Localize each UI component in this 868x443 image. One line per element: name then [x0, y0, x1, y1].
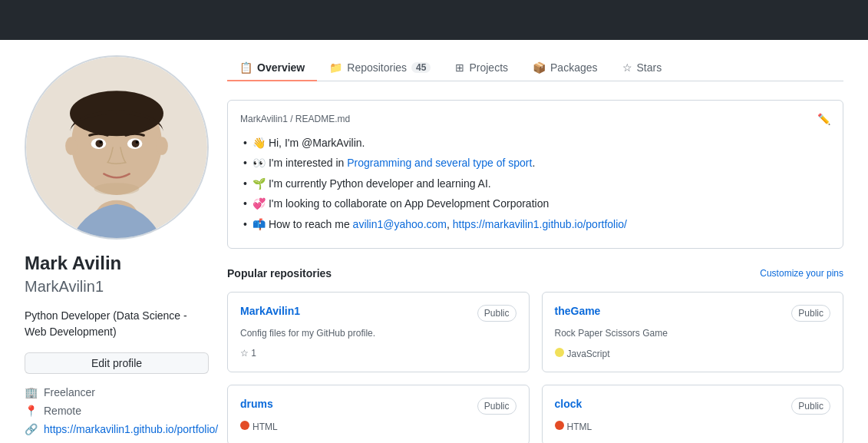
readme-item-2: 👀 I'm interested in Programming and seve…	[240, 154, 830, 171]
link-email[interactable]: avilin1@yahoo.com	[353, 218, 447, 230]
tab-stars-label: Stars	[637, 61, 662, 74]
svg-point-11	[156, 137, 168, 155]
repositories-icon: 📁	[329, 61, 342, 74]
avatar: 🙂	[25, 55, 209, 240]
link-icon: 🔗	[25, 423, 38, 435]
repo-meta-4: HTML	[555, 421, 831, 432]
svg-point-12	[94, 183, 140, 195]
repositories-count: 45	[411, 62, 431, 73]
tab-packages-label: Packages	[550, 61, 597, 74]
website-link[interactable]: https://markavilin1.github.io/portfolio/	[44, 423, 218, 435]
tab-packages[interactable]: 📦 Packages	[520, 55, 609, 81]
repo-name-clock[interactable]: clock	[555, 398, 583, 410]
readme-card: MarkAvilin1 / README.md ✏️ 👋 Hi, I'm @Ma…	[227, 100, 843, 249]
tab-overview[interactable]: 📋 Overview	[227, 55, 317, 81]
building-icon: 🏢	[25, 386, 38, 398]
readme-item-4: 💞️ I'm looking to collaborate on App Dev…	[240, 195, 830, 212]
repo-card-markavilin1: MarkAvilin1 Public Config files for my G…	[227, 292, 530, 372]
public-badge-1: Public	[477, 305, 517, 322]
svg-point-9	[136, 141, 139, 144]
sidebar: 🙂 Mark Avilin MarkAvilin1 Python Develop…	[25, 55, 209, 443]
profile-tabs: 📋 Overview 📁 Repositories 45 ⊞ Projects …	[227, 55, 843, 81]
public-badge-4: Public	[791, 398, 830, 415]
pencil-icon[interactable]: ✏️	[817, 113, 830, 125]
repo-name-drums[interactable]: drums	[240, 398, 273, 410]
repo-card-drums: drums Public HTML	[227, 385, 530, 443]
top-nav	[0, 0, 868, 40]
section-header: Popular repositories Customize your pins	[227, 267, 843, 279]
repo-card-header-4: clock Public	[555, 398, 831, 415]
user-name: Mark Avilin	[25, 252, 209, 275]
company-text: Freelancer	[44, 386, 95, 398]
public-badge-3: Public	[477, 398, 517, 415]
edit-profile-button[interactable]: Edit profile	[25, 352, 209, 374]
repo-card-thegame: theGame Public Rock Paper Scissors Game …	[542, 292, 844, 372]
repo-meta-2: JavaScript	[555, 348, 831, 359]
public-badge-2: Public	[791, 305, 830, 322]
main-content: 🙂 Mark Avilin MarkAvilin1 Python Develop…	[0, 40, 868, 443]
content-area: 📋 Overview 📁 Repositories 45 ⊞ Projects …	[227, 55, 843, 443]
repo-desc-2: Rock Paper Scissors Game	[555, 328, 831, 339]
tab-projects-label: Projects	[469, 61, 508, 74]
user-bio: Python Developer (Data Science - Web Dev…	[25, 308, 209, 340]
page-wrapper: 🙂 Mark Avilin MarkAvilin1 Python Develop…	[0, 0, 868, 443]
stars-icon: ☆	[622, 61, 632, 74]
readme-path: MarkAvilin1 / README.md	[240, 114, 350, 124]
user-login: MarkAvilin1	[25, 278, 209, 296]
repo-name-markavilin1[interactable]: MarkAvilin1	[240, 305, 300, 317]
lang-dot-js: JavaScript	[555, 348, 610, 359]
repo-card-header-2: theGame Public	[555, 305, 831, 322]
svg-point-8	[99, 141, 102, 144]
repo-card-clock: clock Public HTML	[542, 385, 844, 443]
repo-card-header-3: drums Public	[240, 398, 517, 415]
repos-grid: MarkAvilin1 Public Config files for my G…	[227, 292, 843, 443]
readme-item-3: 🌱 I'm currently Python developer and lea…	[240, 175, 830, 192]
readme-header: MarkAvilin1 / README.md ✏️	[240, 113, 830, 125]
tab-repositories-label: Repositories	[347, 61, 407, 74]
lang-dot-html-clock: HTML	[555, 421, 592, 432]
location-text: Remote	[44, 405, 81, 417]
customize-pins-link[interactable]: Customize your pins	[760, 268, 843, 279]
readme-content: 👋 Hi, I'm @MarkAvilin. 👀 I'm interested …	[240, 134, 830, 233]
link-portfolio[interactable]: https://markavilin1.github.io/portfolio/	[453, 218, 627, 230]
svg-point-7	[132, 140, 140, 147]
info-item-location: 📍 Remote	[25, 405, 209, 417]
packages-icon: 📦	[533, 61, 546, 74]
tab-overview-label: Overview	[257, 61, 305, 74]
overview-icon: 📋	[239, 61, 252, 74]
svg-point-10	[65, 137, 78, 155]
popular-repos-section: Popular repositories Customize your pins…	[227, 267, 843, 443]
tab-stars[interactable]: ☆ Stars	[610, 55, 675, 81]
readme-item-1: 👋 Hi, I'm @MarkAvilin.	[240, 134, 830, 151]
repo-meta-3: HTML	[240, 421, 517, 432]
avatar-image	[26, 57, 207, 238]
repo-name-thegame[interactable]: theGame	[555, 305, 601, 317]
tab-projects[interactable]: ⊞ Projects	[443, 55, 520, 81]
repo-meta-1: ☆ 1	[240, 348, 517, 359]
location-icon: 📍	[25, 405, 38, 417]
tab-repositories[interactable]: 📁 Repositories 45	[317, 55, 443, 81]
projects-icon: ⊞	[455, 61, 464, 74]
repo-desc-1: Config files for my GitHub profile.	[240, 328, 517, 339]
star-icon-1: ☆ 1	[240, 348, 256, 359]
info-item-company: 🏢 Freelancer	[25, 386, 209, 398]
repo-card-header-1: MarkAvilin1 Public	[240, 305, 517, 322]
info-item-website: 🔗 https://markavilin1.github.io/portfoli…	[25, 423, 209, 435]
popular-repos-title: Popular repositories	[227, 267, 332, 279]
readme-item-5: 📫 How to reach me avilin1@yahoo.com, htt…	[240, 216, 830, 233]
readme-list: 👋 Hi, I'm @MarkAvilin. 👀 I'm interested …	[240, 134, 830, 233]
svg-point-6	[95, 140, 103, 147]
emoji-icon: 🙂	[180, 214, 195, 229]
lang-dot-html-drums: HTML	[240, 421, 278, 432]
link-interests[interactable]: Programming and several type of sport	[347, 157, 532, 169]
sidebar-info-list: 🏢 Freelancer 📍 Remote 🔗 https://markavil…	[25, 386, 209, 443]
